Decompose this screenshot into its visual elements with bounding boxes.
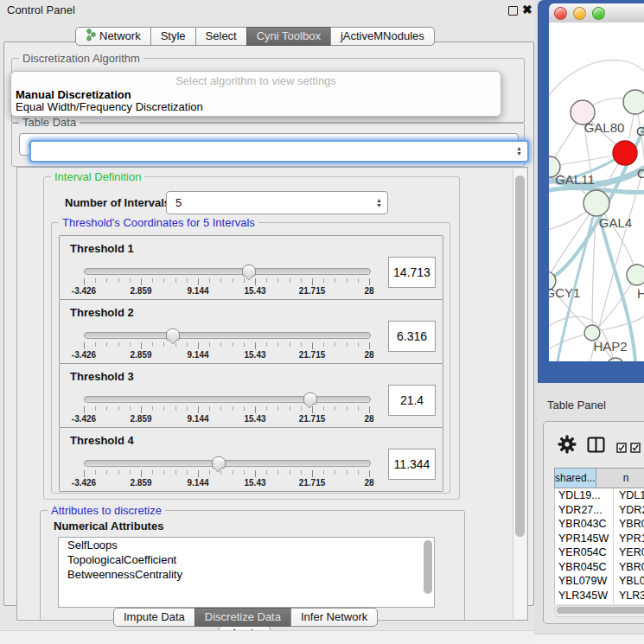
slider-thumb[interactable]	[303, 392, 317, 405]
tick-mark	[233, 470, 233, 475]
tab-network[interactable]: Network	[75, 27, 151, 46]
tick-mark	[244, 406, 245, 411]
network-canvas[interactable]: GAL80GCGAL11GAL4GCY1HHAP2	[549, 22, 644, 361]
list-item[interactable]: BetweennessCentrality	[59, 567, 434, 582]
tab-label: Cyni Toolbox	[257, 29, 321, 43]
tab-discretize-data[interactable]: Discretize Data	[194, 608, 291, 627]
minimize-light-icon[interactable]	[573, 7, 586, 20]
number-of-intervals-combobox[interactable]: 5 ▲▼	[166, 191, 388, 214]
tick-mark	[141, 342, 142, 349]
tick-mark	[163, 278, 164, 283]
list-scrollbar[interactable]	[424, 540, 432, 594]
tick-mark	[369, 342, 370, 349]
tick-label: 15.43	[244, 478, 265, 488]
table-row[interactable]: YBR045CYBR0	[555, 560, 644, 575]
popup-item-equal-width-frequency-discretization[interactable]: Equal Width/Frequency Discretization	[15, 100, 497, 112]
tick-mark	[84, 278, 85, 285]
column-layout-icon[interactable]	[587, 437, 605, 456]
table-row[interactable]: YBL079WYBL0	[555, 574, 644, 589]
threshold-slider[interactable]	[84, 460, 371, 467]
table-row[interactable]: YER054CYER0	[555, 545, 644, 560]
list-item[interactable]: SelfLoops	[59, 538, 434, 552]
gear-icon[interactable]	[558, 435, 577, 457]
tick-label: 21.715	[299, 350, 326, 360]
tick-mark	[358, 406, 359, 411]
close-icon[interactable]: ✖	[522, 2, 532, 17]
tick-mark	[266, 406, 267, 411]
tick-mark	[358, 278, 359, 283]
tick-mark	[290, 406, 290, 411]
table-header-row: shared...n	[554, 468, 644, 488]
tick-label: 15.43	[244, 286, 265, 296]
tick-mark	[130, 278, 131, 283]
tab-impute-data[interactable]: Impute Data	[113, 608, 195, 627]
tab-label: Style	[161, 29, 186, 43]
threshold-box: Threshold 4 -3.4262.8599.14415.4321.7152…	[59, 427, 443, 492]
column-header-1[interactable]: shared...	[554, 468, 596, 488]
numerical-attributes-label: Numerical Attributes	[54, 520, 163, 532]
status-strip	[534, 634, 644, 644]
tab-select[interactable]: Select	[195, 27, 247, 46]
slider-thumb[interactable]	[166, 328, 180, 341]
tab-jactivemnodules[interactable]: jActiveMNodules	[330, 27, 435, 46]
table-row[interactable]: YDR27...YDR2	[555, 503, 644, 518]
checkbox-icon[interactable]	[630, 441, 641, 456]
scrollbar-thumb[interactable]	[515, 175, 525, 537]
tick-mark	[187, 406, 188, 411]
slider-thumb[interactable]	[242, 265, 256, 277]
scrollbar-thumb[interactable]	[557, 607, 644, 614]
tick-mark	[220, 342, 221, 347]
threshold-value-field[interactable]: 21.4	[388, 385, 436, 416]
thresholds-group: Threshold's Coordinates for 5 Intervals …	[51, 222, 450, 494]
table-row[interactable]: YDL19...YDL1	[555, 488, 644, 503]
threshold-slider[interactable]	[84, 332, 371, 339]
float-window-icon[interactable]	[508, 6, 518, 16]
table-row[interactable]: YLR345WYLR3	[555, 589, 644, 603]
tab-infer-network[interactable]: Infer Network	[290, 608, 378, 627]
network-node-g[interactable]	[623, 90, 644, 114]
tick-mark	[369, 470, 370, 477]
maximize-light-icon[interactable]	[592, 7, 605, 20]
threshold-value-field[interactable]: 14.713	[388, 257, 436, 288]
tab-style[interactable]: Style	[150, 27, 196, 46]
tick-mark	[220, 406, 221, 411]
checkbox-icon[interactable]	[616, 441, 627, 456]
node-label: HAP2	[593, 339, 627, 354]
threshold-value-field[interactable]: 11.344	[388, 449, 436, 480]
application-window: Control Panel ✖ NetworkStyleSelectCyni T…	[0, 0, 644, 644]
slider-thumb[interactable]	[212, 456, 226, 469]
tab-label: Network	[99, 29, 141, 43]
tick-mark	[312, 278, 313, 285]
table-row[interactable]: YIL052CYIL0	[555, 603, 644, 604]
tab-label: jActiveMNodules	[341, 29, 424, 43]
popup-item-manual-discretization[interactable]: Manual Discretization	[15, 88, 497, 100]
table-row[interactable]: YBR043CYBR0	[555, 517, 644, 532]
network-node[interactable]	[607, 358, 624, 361]
close-light-icon[interactable]	[554, 7, 567, 20]
tick-mark	[244, 278, 245, 283]
settings-scrollbar[interactable]	[513, 169, 526, 619]
tick-label: 2.859	[130, 414, 151, 424]
numerical-attributes-list[interactable]: SelfLoopsTopologicalCoefficientBetweenne…	[58, 537, 435, 608]
tick-mark	[347, 278, 348, 283]
table-cell: YBR0	[613, 560, 644, 575]
threshold-label: Threshold 3	[70, 370, 134, 383]
list-item[interactable]: TopologicalCoefficient	[59, 552, 434, 567]
tick-mark	[323, 470, 324, 475]
algorithm-combobox[interactable]: ▲▼	[29, 140, 529, 163]
threshold-slider[interactable]	[84, 268, 371, 275]
tick-mark	[209, 342, 210, 347]
network-node-c[interactable]	[613, 141, 637, 165]
table-horizontal-scrollbar[interactable]	[554, 605, 644, 617]
tick-mark	[244, 470, 245, 475]
tab-cyni-toolbox[interactable]: Cyni Toolbox	[246, 27, 331, 46]
table-cell: YIL052C	[555, 603, 613, 604]
network-node-gal4[interactable]	[583, 190, 609, 216]
node-label: C	[637, 166, 644, 181]
network-node-h[interactable]	[627, 265, 644, 285]
threshold-value-field[interactable]: 6.316	[388, 321, 436, 352]
slider-ticks	[84, 342, 369, 350]
table-row[interactable]: YPR145WYPR1	[555, 532, 644, 546]
column-header-2[interactable]: n	[596, 468, 644, 488]
threshold-slider[interactable]	[84, 396, 371, 403]
